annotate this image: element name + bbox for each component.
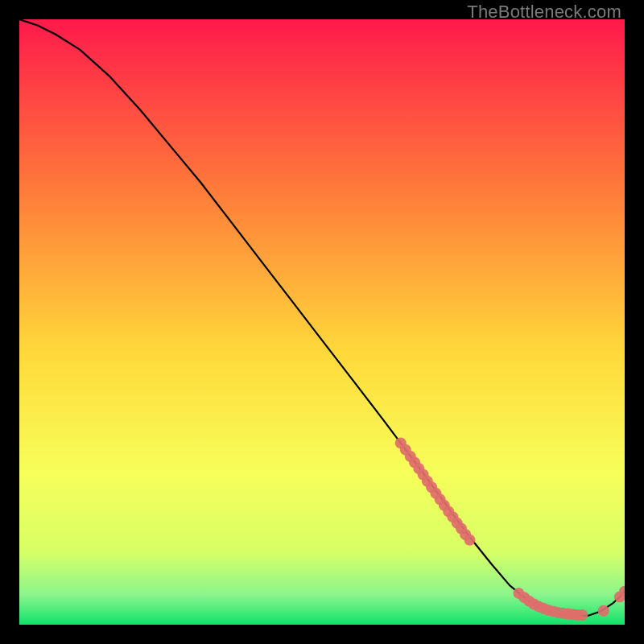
bottleneck-chart <box>19 19 625 625</box>
watermark-text: TheBottleneck.com <box>467 2 621 23</box>
chart-frame <box>19 19 625 625</box>
data-point <box>464 535 475 546</box>
gradient-bg <box>19 19 625 625</box>
data-point <box>576 609 588 621</box>
data-point <box>598 605 609 617</box>
